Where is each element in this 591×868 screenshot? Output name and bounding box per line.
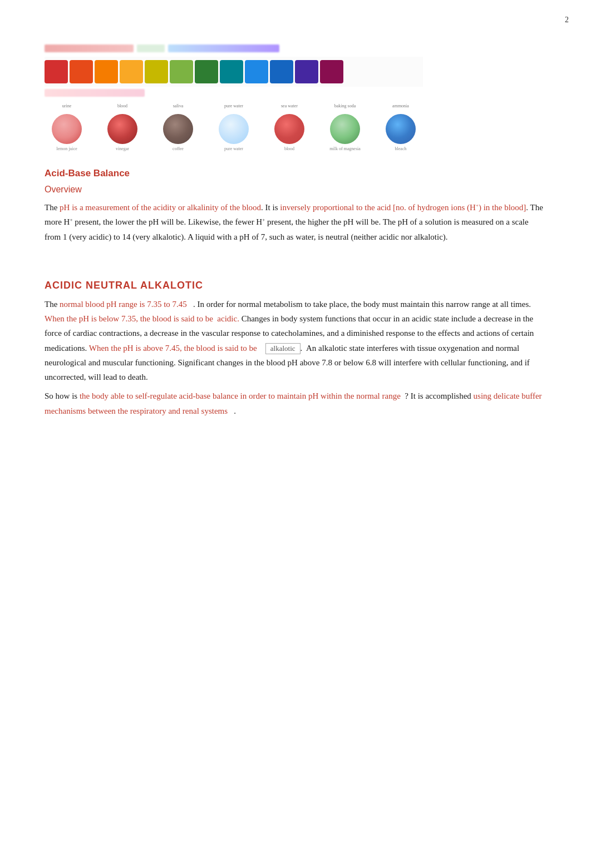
ph-top-labels [45, 44, 423, 52]
ph-image-area: urine blood saliva pure water sea water … [45, 44, 423, 151]
acidic-heading: ACIDIC NEUTRAL ALKALOTIC [45, 280, 546, 291]
specimen-3: coffee [156, 114, 200, 151]
specimen-4: pure water [211, 114, 256, 151]
color-square-11 [295, 60, 318, 83]
specimens-row: lemon juice vinegar coffee pure water bl… [45, 114, 423, 151]
color-square-10 [270, 60, 293, 83]
sr-suffix: . [228, 406, 236, 415]
ph-bottom-strip [45, 89, 145, 97]
color-square-5 [145, 60, 168, 83]
specimen-1: lemon juice [45, 114, 89, 151]
sr-prefix: So how is [45, 391, 80, 400]
color-square-1 [45, 60, 68, 83]
normal-ph-suffix1: . In order for normal metabolism to take… [187, 300, 531, 309]
overview-paragraph: The pH is a measurement of the acidity o… [45, 200, 546, 244]
normal-ph-spacer [257, 344, 265, 353]
color-square-8 [220, 60, 243, 83]
overview-heading: Overview [45, 185, 546, 195]
ph-color-squares [45, 57, 423, 87]
main-section-heading: Acid-Base Balance [45, 168, 546, 179]
specimen-labels-top: urine blood saliva pure water sea water … [45, 103, 423, 108]
overview-highlight1: pH is a measurement of the acidity or al… [60, 203, 261, 212]
self-regulate-paragraph: So how is the body able to self-regulate… [45, 389, 546, 418]
color-square-7 [195, 60, 218, 83]
specimen-7: bleach [378, 114, 423, 151]
normal-ph-highlight1: normal blood pH range is 7.35 to 7.45 [60, 300, 187, 309]
sr-mid: ? It is accomplished [401, 391, 474, 400]
color-square-12 [320, 60, 343, 83]
color-square-2 [70, 60, 93, 83]
alkalotic-box: alkalotic [265, 343, 301, 354]
sr-highlight1: the body able to self-regulate acid-base… [80, 391, 401, 400]
overview-mid1: . It is [261, 203, 280, 212]
specimen-2: vinegar [100, 114, 145, 151]
normal-ph-prefix: The [45, 300, 60, 309]
color-square-3 [95, 60, 118, 83]
overview-highlight2: inversely proportional to the acid [no. … [280, 203, 526, 212]
color-square-6 [170, 60, 193, 83]
color-square-9 [245, 60, 268, 83]
page-number: 2 [565, 16, 569, 24]
overview-prefix: The [45, 203, 60, 212]
normal-ph-highlight3: When the pH is above 7.45, the blood is … [89, 344, 257, 353]
specimen-6: milk of magnesia [323, 114, 367, 151]
normal-ph-paragraph: The normal blood pH range is 7.35 to 7.4… [45, 297, 546, 385]
specimen-5: blood [267, 114, 312, 151]
color-square-4 [120, 60, 143, 83]
normal-ph-highlight2: When the pH is below 7.35, the blood is … [45, 314, 239, 323]
